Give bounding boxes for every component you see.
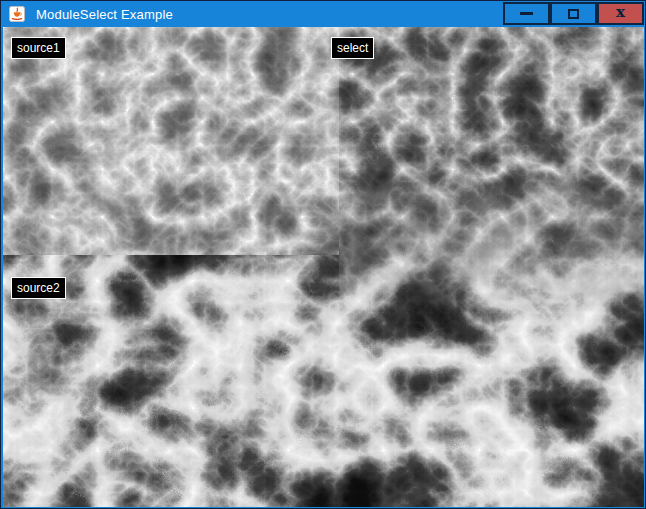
window-title: ModuleSelect Example: [36, 7, 173, 22]
java-app-icon[interactable]: [9, 6, 25, 22]
minimize-button[interactable]: [503, 2, 550, 25]
source2-image: [3, 267, 323, 507]
close-icon: x: [616, 5, 625, 20]
source1-image: [3, 27, 323, 267]
close-button[interactable]: x: [597, 2, 644, 25]
noise-texture-canvas: [3, 27, 644, 507]
app-window: ModuleSelect Example x: [0, 0, 646, 509]
titlebar[interactable]: ModuleSelect Example x: [1, 1, 645, 27]
maximize-icon: [568, 9, 579, 19]
window-controls: x: [503, 2, 644, 25]
minimize-icon: [520, 12, 533, 15]
select-label: select: [331, 37, 374, 59]
render-canvas: source1 select source2: [3, 27, 644, 507]
maximize-button[interactable]: [550, 2, 597, 25]
source2-label: source2: [11, 277, 66, 299]
source1-label: source1: [11, 37, 66, 59]
